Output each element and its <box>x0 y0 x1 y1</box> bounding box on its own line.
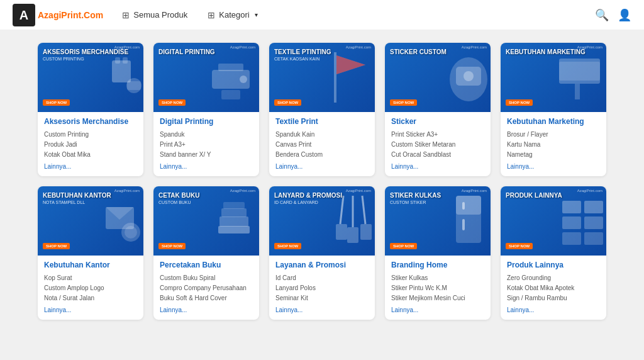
product-info: Branding Home Stiker KulkasStiker Pintu … <box>385 256 491 320</box>
product-image: DIGITAL PRINTING AzagiPrint.com SHOP NOW <box>153 43 259 112</box>
shop-badge: SHOP NOW <box>43 99 70 106</box>
shop-badge: SHOP NOW <box>390 243 417 249</box>
product-image: AKSESORIS MERCHANDISE CUSTOM PRINTING Az… <box>38 43 143 112</box>
svg-rect-27 <box>223 202 245 209</box>
product-image: PRODUK LAINNYA AzagiPrint.com SHOP NOW <box>501 186 606 256</box>
product-title: Produk Lainnya <box>507 261 600 269</box>
product-title: Kebutuhan Marketing <box>507 117 600 126</box>
search-icon[interactable]: 🔍 <box>595 8 609 22</box>
product-more-link[interactable]: Lainnya... <box>160 163 187 170</box>
product-sub-items: Brosur / FlayerKartu NamaNametag <box>507 130 600 160</box>
svg-marker-13 <box>336 55 365 74</box>
shop-badge: SHOP NOW <box>274 99 301 106</box>
product-image: LANYARD & PROMOSI ID CARD & LANYARD Azag… <box>269 186 375 256</box>
product-more-link[interactable]: Lainnya... <box>507 307 534 313</box>
brand-label: AzagiPrint.com <box>577 45 602 49</box>
product-card[interactable]: PRODUK LAINNYA AzagiPrint.com SHOP NOW P… <box>501 186 606 320</box>
nav-kategori[interactable]: ⊞ Kategori ▾ <box>204 8 261 23</box>
product-title: Sticker <box>391 117 484 126</box>
svg-rect-8 <box>218 64 243 71</box>
svg-rect-25 <box>219 217 248 227</box>
brand-label: AzagiPrint.com <box>577 189 602 193</box>
product-card[interactable]: KEBUTUHAN KANTOR NOTA STAMPEL DLL AzagiP… <box>38 186 143 320</box>
svg-rect-38 <box>562 201 581 213</box>
product-more-link[interactable]: Lainnya... <box>160 307 187 313</box>
logo[interactable]: A AzagiPrint.Com <box>13 4 103 26</box>
svg-rect-24 <box>218 226 250 233</box>
product-sub-item: Stiker Kulkas <box>391 273 484 283</box>
product-image-label: LANYARD & PROMOSI ID CARD & LANYARD <box>274 191 342 205</box>
product-sub-item: Custom Printing <box>44 130 137 140</box>
product-sub-item: Bendera Custom <box>275 150 369 160</box>
product-sub-item: Custom Stiker Metaran <box>391 140 484 150</box>
svg-line-30 <box>362 196 365 224</box>
product-sub-items: Print Sticker A3+Custom Stiker MetaranCu… <box>391 130 484 160</box>
brand-label: AzagiPrint.com <box>346 45 371 49</box>
product-image-label: CETAK BUKU CUSTOM BUKU <box>158 191 199 205</box>
product-info: Percetakan Buku Custom Buku SpiralCompro… <box>153 256 259 320</box>
shop-badge: SHOP NOW <box>43 243 70 249</box>
product-more-link[interactable]: Lainnya... <box>507 163 534 170</box>
product-sub-item: Print A3+ <box>160 140 253 150</box>
brand-label: AzagiPrint.com <box>462 189 487 193</box>
product-image: KEBUTUHAN MARKETING AzagiPrint.com SHOP … <box>501 43 606 112</box>
product-more-link[interactable]: Lainnya... <box>44 307 71 313</box>
product-title: Kebutuhan Kantor <box>44 261 137 269</box>
chevron-down-icon: ▾ <box>255 11 258 18</box>
user-icon[interactable]: 👤 <box>618 8 631 22</box>
shop-badge: SHOP NOW <box>158 243 186 249</box>
svg-rect-41 <box>584 217 603 229</box>
product-info: Digital Printing SpandukPrint A3+Stand b… <box>153 112 259 176</box>
product-image: TEXTILE PTINTING CETAK KAOSAN KAIN Azagi… <box>269 43 375 112</box>
logo-text: AzagiPrint.Com <box>38 10 103 20</box>
product-sub-item: Stiker Mejikom Mesin Cuci <box>391 293 484 303</box>
product-card[interactable]: STICKER CUSTOM AzagiPrint.com SHOP NOW S… <box>385 43 491 176</box>
product-sub-item: Spanduk Kain <box>275 130 369 140</box>
svg-text:A: A <box>19 8 28 22</box>
product-card[interactable]: KEBUTUHAN MARKETING AzagiPrint.com SHOP … <box>501 43 606 176</box>
product-image: CETAK BUKU CUSTOM BUKU AzagiPrint.com SH… <box>153 186 259 256</box>
product-card[interactable]: STIKER KULKAS CUSTOM STIKER AzagiPrint.c… <box>385 186 491 320</box>
product-card[interactable]: LANYARD & PROMOSI ID CARD & LANYARD Azag… <box>269 186 375 320</box>
grid-icon: ⊞ <box>122 10 130 20</box>
product-more-link[interactable]: Lainnya... <box>275 307 303 313</box>
product-title: Layanan & Promosi <box>275 261 369 269</box>
product-sub-items: Custom PrintingProduk JadiKotak Obat Mik… <box>44 130 137 160</box>
product-sub-item: Kotak Obat Mika Apotek <box>507 283 600 293</box>
product-card[interactable]: CETAK BUKU CUSTOM BUKU AzagiPrint.com SH… <box>153 186 259 320</box>
product-sub-item: Lanyard Polos <box>275 283 369 293</box>
product-image-label: TEXTILE PTINTING CETAK KAOSAN KAIN <box>274 48 331 62</box>
svg-rect-36 <box>462 202 465 210</box>
main-nav: ⊞ Semua Produk ⊞ Kategori ▾ <box>118 8 580 23</box>
product-sub-item: Stiker Pintu Wc K.M <box>391 283 484 293</box>
brand-label: AzagiPrint.com <box>230 45 255 49</box>
product-sub-item: Custom Amplop Logo <box>44 283 137 293</box>
product-card[interactable]: AKSESORIS MERCHANDISE CUSTOM PRINTING Az… <box>38 43 143 176</box>
product-more-link[interactable]: Lainnya... <box>391 307 418 313</box>
product-more-link[interactable]: Lainnya... <box>275 163 303 170</box>
svg-rect-2 <box>112 60 131 82</box>
svg-rect-37 <box>462 219 465 230</box>
product-image-label: KEBUTUHAN KANTOR NOTA STAMPEL DLL <box>43 191 111 205</box>
product-card[interactable]: TEXTILE PTINTING CETAK KAOSAN KAIN Azagi… <box>269 43 375 176</box>
shop-badge: SHOP NOW <box>158 99 186 106</box>
svg-rect-35 <box>456 196 481 215</box>
product-more-link[interactable]: Lainnya... <box>44 163 71 170</box>
svg-rect-42 <box>562 232 581 245</box>
svg-rect-19 <box>559 62 600 81</box>
header-actions: 🔍 👤 <box>595 8 631 22</box>
product-sub-item: Produk Jadi <box>44 140 137 150</box>
product-image: STICKER CUSTOM AzagiPrint.com SHOP NOW <box>385 43 491 112</box>
svg-point-10 <box>240 76 247 83</box>
product-sub-item: Kop Surat <box>44 273 137 283</box>
product-sub-item: Nametag <box>507 150 600 160</box>
product-sub-item: Sign / Rambu Rambu <box>507 293 600 303</box>
product-card[interactable]: DIGITAL PRINTING AzagiPrint.com SHOP NOW… <box>153 43 259 176</box>
shop-badge: SHOP NOW <box>274 243 301 249</box>
svg-rect-6 <box>127 81 141 90</box>
product-image-label: DIGITAL PRINTING <box>158 48 215 56</box>
brand-label: AzagiPrint.com <box>230 189 255 193</box>
nav-semua-produk[interactable]: ⊞ Semua Produk <box>118 8 191 23</box>
product-more-link[interactable]: Lainnya... <box>391 163 418 170</box>
product-sub-item: Custom Buku Spiral <box>160 273 253 283</box>
